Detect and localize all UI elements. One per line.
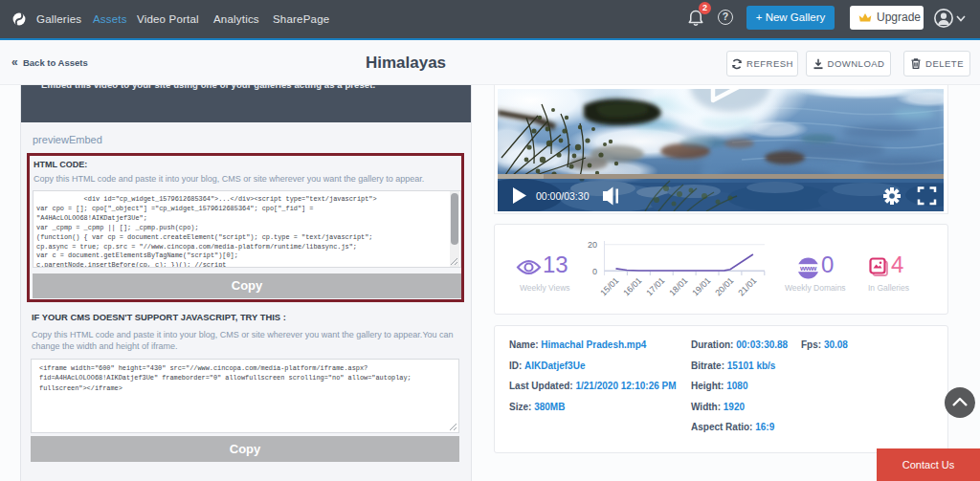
svg-text:00:00/03:30: 00:00/03:30 xyxy=(536,190,590,202)
svg-text:www: www xyxy=(799,264,817,273)
svg-text:20: 20 xyxy=(588,240,597,250)
svg-text:21/01: 21/01 xyxy=(736,275,758,297)
svg-text:0: 0 xyxy=(592,267,597,276)
svg-text:18/01: 18/01 xyxy=(667,275,689,297)
svg-text:16/01: 16/01 xyxy=(621,275,643,297)
svg-text:20/01: 20/01 xyxy=(713,275,735,297)
svg-text:17/01: 17/01 xyxy=(644,275,666,297)
svg-text:15/01: 15/01 xyxy=(598,275,620,297)
svg-text:19/01: 19/01 xyxy=(690,275,712,297)
